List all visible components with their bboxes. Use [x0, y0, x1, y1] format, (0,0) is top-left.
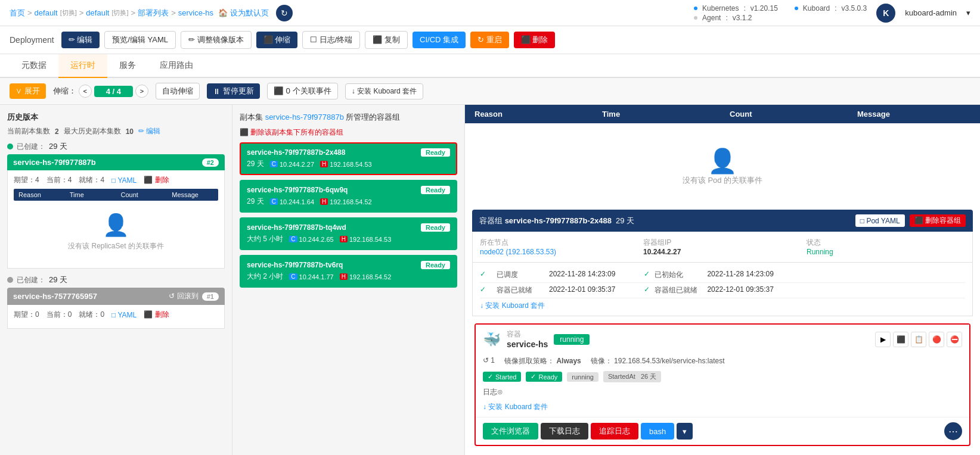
ready-check-icon: ✓	[531, 373, 536, 381]
replica-info: 当前副本集数 2 最大历史副本集数 10 ✏ 编辑	[7, 126, 225, 136]
top-right: Kubernetes : v1.20.15 Kuboard : v3.5.0.3…	[694, 4, 970, 23]
pod-item-2[interactable]: service-hs-79f977887b-6qw9q Ready 29 天 C…	[240, 180, 457, 213]
edit-rs-link[interactable]: ✏ 编辑	[138, 126, 160, 136]
pod-node-section: 所在节点 node02 (192.168.53.53)	[480, 238, 638, 256]
breadcrumb-ns2[interactable]: default	[86, 8, 109, 17]
user-name[interactable]: kuboard-admin	[905, 8, 957, 17]
event-row-scheduled: ✓ 已调度 2022-11-28 14:23:09 ✓ 已初始化 2022-11…	[480, 267, 965, 283]
action-bar: ∨ 展开 伸缩： < 4 / 4 > 自动伸缩 ⏸ 暂停更新 ⬛ 0 个关联事件…	[0, 78, 980, 105]
container-action-3[interactable]: 📋	[911, 332, 926, 347]
breadcrumb-ns2-tag[interactable]: [切换]	[111, 8, 128, 17]
toolbar-label: Deployment	[10, 35, 54, 45]
pod-node-val[interactable]: node02 (192.168.53.53)	[480, 248, 638, 256]
pod-detail-title: 容器组 service-hs-79f977887b-2x488 29 天	[479, 216, 634, 226]
events-col-time: Time	[602, 110, 715, 119]
breadcrumb-deploy-list[interactable]: 部署列表	[138, 8, 169, 18]
tab-approute[interactable]: 应用路由	[148, 54, 205, 78]
rs1-created-label: 已创建：	[17, 142, 45, 152]
cicd-button[interactable]: CI/CD 集成	[413, 32, 466, 48]
restart-button[interactable]: ↻ 重启	[470, 32, 509, 48]
rs1-col-count: Count	[121, 191, 163, 198]
tab-metadata[interactable]: 元数据	[10, 54, 58, 78]
pod-status-section: 状态 Running	[807, 238, 965, 256]
container-install-link[interactable]: ↓ 安装 Kuboard 套件	[476, 402, 969, 417]
kuboard-val-sep: :	[835, 4, 836, 13]
stretch-next-button[interactable]: >	[135, 85, 148, 98]
rs-sub-title-link[interactable]: service-hs-79f977887b	[265, 113, 344, 121]
rs1-delete-link[interactable]: ⬛ 删除	[144, 175, 169, 185]
pod-yaml-button[interactable]: □ Pod YAML	[855, 214, 905, 227]
file-browser-button[interactable]: 文件浏览器	[483, 423, 538, 440]
breadcrumb-ns1[interactable]: default	[35, 8, 58, 17]
delete-button[interactable]: ⬛ 删除	[514, 32, 556, 48]
trace-log-button[interactable]: 追踪日志	[591, 423, 638, 440]
expand-button[interactable]: ∨ 展开	[10, 83, 46, 99]
pod-install-link[interactable]: ↓ 安装 Kuboard 套件	[480, 301, 545, 310]
pause-update-button[interactable]: ⏸ 暂停更新	[207, 83, 260, 99]
bash-button[interactable]: bash	[641, 423, 674, 440]
log-button[interactable]: ☐ 日志/终端	[302, 31, 360, 49]
pod-ip-label: 容器组IP	[643, 238, 802, 248]
rs1-status-dot	[7, 144, 13, 149]
pod2-age: 29 天	[247, 197, 264, 207]
container-action-2[interactable]: ⬛	[893, 332, 908, 347]
rs2-yaml-link[interactable]: □ YAML	[111, 311, 137, 319]
event-scheduled-icon: ✓	[480, 270, 492, 280]
download-log-button[interactable]: 下载日志	[541, 423, 588, 440]
pause-icon: ⏸	[213, 87, 221, 96]
pod-item-3[interactable]: service-hs-79f977887b-tq4wd Ready 大约 5 小…	[240, 217, 457, 250]
container-action-1[interactable]: ▶	[875, 332, 891, 347]
pod-detail-section: 容器组 service-hs-79f977887b-2x488 29 天 □ P…	[472, 210, 973, 316]
container-ip-icon4: C	[289, 273, 297, 280]
auto-scale-button[interactable]: 自动伸缩	[156, 83, 200, 99]
refresh-button[interactable]: ↻	[276, 5, 293, 21]
user-dropdown-icon[interactable]: ▾	[966, 8, 970, 17]
breadcrumb-service[interactable]: service-hs	[178, 8, 213, 17]
more-dropdown-button[interactable]: ▾	[677, 423, 693, 440]
event-init-time: 2022-11-28 14:23:09	[707, 270, 773, 280]
tab-runtime[interactable]: 运行时	[58, 54, 107, 78]
scale-button[interactable]: ⬛ 伸缩	[256, 32, 298, 48]
left-panel: 历史版本 当前副本集数 2 最大历史副本集数 10 ✏ 编辑 已创建： 29 天…	[0, 105, 232, 455]
set-default-link[interactable]: 设为默认页	[230, 8, 269, 18]
rs2-rollback[interactable]: ↺ 回滚到	[169, 291, 198, 301]
stretch-control: 伸缩： < 4 / 4 >	[53, 85, 148, 98]
host-ip-icon2: H	[320, 198, 328, 205]
pod-item-1[interactable]: service-hs-79f977887b-2x488 Ready 29 天 C…	[240, 142, 457, 175]
more-options-button[interactable]: ⋯	[944, 422, 962, 440]
delete-all-pods-link[interactable]: ⬛ 删除该副本集下所有的容器组	[240, 128, 343, 136]
edit-button[interactable]: ✏ 编辑	[61, 32, 100, 48]
tab-service[interactable]: 服务	[107, 54, 148, 78]
breadcrumb-ns1-tag[interactable]: [切换]	[60, 8, 77, 17]
preview-yaml-button[interactable]: 预览/编辑 YAML	[104, 31, 176, 49]
copy-button[interactable]: ⬛ 复制	[365, 31, 408, 49]
breadcrumb-home[interactable]: 首页	[10, 8, 25, 18]
event-init-icon: ✓	[644, 270, 650, 280]
pod-delete-button[interactable]: ⬛ 删除容器组	[910, 214, 966, 227]
pod2-status: Ready	[421, 186, 450, 194]
container-action-5[interactable]: ⛔	[947, 332, 962, 347]
pull-policy: 镜像抓取策略： Always	[504, 356, 581, 366]
stretch-prev-button[interactable]: <	[79, 85, 92, 98]
rs2-current: 当前：0	[46, 310, 72, 320]
rs1-col-message: Message	[172, 191, 213, 198]
container-status-badge: running	[554, 334, 590, 345]
rs1-meta: 期望：4 当前：4 就绪：4 □ YAML ⬛ 删除	[14, 175, 218, 185]
adjust-image-button[interactable]: ✏ 调整镜像版本	[181, 31, 252, 49]
rs-item-1: 已创建： 29 天 service-hs-79f977887b #2 期望：4 …	[7, 141, 225, 269]
container-info: 容器 service-hs	[507, 329, 548, 349]
rs1-body: 期望：4 当前：4 就绪：4 □ YAML ⬛ 删除 Reason Time C…	[7, 170, 225, 269]
rs1-current: 当前：4	[46, 175, 72, 185]
event-button[interactable]: ⬛ 0 个关联事件	[267, 83, 338, 99]
install-kuboard-button[interactable]: ↓ 安装 Kuboard 套件	[345, 83, 423, 99]
rs2-delete-link[interactable]: ⬛ 删除	[144, 310, 169, 320]
mid-panel: 副本集 service-hs-79f977887b 所管理的容器组 ⬛ 删除该副…	[232, 105, 465, 455]
pod-info-grid: 所在节点 node02 (192.168.53.53) 容器组IP 10.244…	[472, 232, 973, 263]
container-action-4[interactable]: 🔴	[929, 332, 944, 347]
kubernetes-sep: :	[743, 4, 745, 13]
rs1-ready: 就绪：4	[79, 175, 104, 185]
container-ip-icon2: C	[270, 198, 278, 205]
rs1-yaml-link[interactable]: □ YAML	[111, 176, 137, 185]
pod-item-4[interactable]: service-hs-79f977887b-tv6rq Ready 大约 2 小…	[240, 255, 457, 288]
agent-dot	[694, 16, 697, 20]
